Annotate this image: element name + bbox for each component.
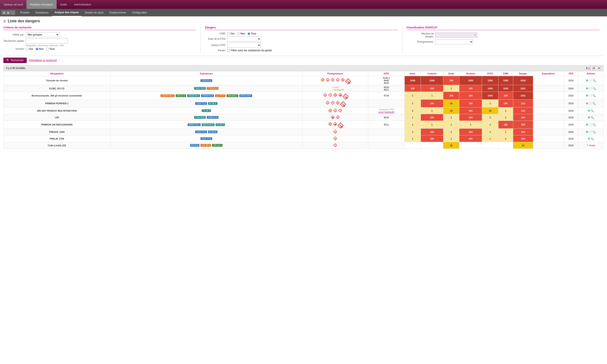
- pictograms-cell: ☗⊗: [302, 114, 368, 121]
- search-detail-button[interactable]: 🔍: [590, 116, 594, 119]
- add-button[interactable]: ✚: [586, 102, 589, 105]
- criteria-section: Critères de recherche Utilisé par: Mes g…: [3, 26, 201, 53]
- search-detail-button[interactable]: 🔍: [592, 94, 596, 98]
- pictogram-cmr: CMR: [343, 94, 348, 99]
- mention-clear-button[interactable]: ✕: [474, 33, 476, 37]
- actions-cell: ✎Poste: [578, 142, 604, 149]
- search-detail-button[interactable]: 🔍: [592, 130, 596, 134]
- lever-ambiguite-link[interactable]: Lever l'ambiguïté: [378, 111, 394, 113]
- panier-checkbox[interactable]: [227, 49, 230, 52]
- panier-checkbox-label[interactable]: Filtrer avec les substances du panier.: [227, 49, 272, 52]
- pdf-button[interactable]: 📄: [589, 94, 592, 98]
- substances-cell: 7761-88-8 1336-21-6: [110, 114, 302, 121]
- add-button[interactable]: ✚: [586, 130, 589, 134]
- substance-tag: 408-060-3: [227, 94, 238, 97]
- icpe-cell: 4734: [368, 92, 405, 100]
- designation-cell: Colle Loctite 222: [4, 142, 110, 149]
- add-button[interactable]: ✚: [587, 137, 590, 141]
- svg-text:!: !: [340, 109, 341, 112]
- search-detail-button[interactable]: 🔍: [590, 109, 594, 113]
- pictogram-corrosion: ⊗: [333, 136, 337, 141]
- nav-outils[interactable]: Outils: [57, 0, 70, 9]
- nav-gestion-stock[interactable]: Gestion du stock: [82, 9, 106, 16]
- substance-tag: 1336-21-6: [207, 116, 218, 119]
- expositions-cell: [533, 121, 564, 129]
- poste-button[interactable]: Poste: [589, 144, 595, 147]
- risk-cell: 10: [443, 100, 459, 107]
- svg-text:⊗: ⊗: [334, 131, 336, 133]
- pdf-button[interactable]: 📄: [589, 123, 592, 127]
- nav-configuration[interactable]: Configuration: [130, 9, 149, 16]
- dangers-section: Dangers CMR: Oui Non Tous: [205, 26, 402, 53]
- nav-emplacements[interactable]: Emplacements: [107, 9, 129, 16]
- actions-cell: ✚📄🔍: [578, 92, 604, 100]
- pictogram-corrosion: ⊗: [333, 130, 337, 134]
- cmr-oui[interactable]: Oui: [227, 32, 234, 35]
- cmr-non[interactable]: Non: [237, 32, 245, 35]
- add-button[interactable]: ✚: [586, 78, 589, 82]
- pictogrammes-select[interactable]: GHS01GHS02GHS03 GHS04GHS05GHS06 GHS07GHS…: [435, 39, 473, 44]
- archive-tous[interactable]: Tous: [46, 48, 55, 51]
- utilise-par-select[interactable]: Mes groupes Tous Mon département: [26, 32, 59, 37]
- svg-text:☗: ☗: [334, 123, 336, 125]
- pictograms-cell: 🔥☗CMR: [302, 121, 368, 129]
- risk-cell: 1: [482, 129, 499, 135]
- page-2-link[interactable]: 2: [588, 67, 590, 70]
- nav-substances[interactable]: Substances: [33, 9, 51, 16]
- add-button[interactable]: ✚: [586, 123, 589, 127]
- nav-administration[interactable]: Administration: [70, 0, 95, 9]
- search-detail-button[interactable]: 🔍: [592, 87, 596, 90]
- nav-analyse-risques[interactable]: Analyse des risques: [52, 9, 81, 16]
- risk-cell: 100: [498, 92, 513, 100]
- add-button[interactable]: ✚: [587, 116, 590, 119]
- expositions-cell: [533, 107, 564, 114]
- classe-icpe-select[interactable]: OuiNon: [227, 43, 261, 48]
- second-navigation: ◀ ▶ ⌂ Produits Substances Analyse des ri…: [0, 9, 607, 16]
- date-fds-select[interactable]: 201020112012 2013201420152016: [227, 36, 261, 41]
- mention-danger-row: Mention dedanger: ✕: [406, 32, 599, 38]
- nav-produits-chimiques[interactable]: Produits chimiques: [27, 0, 57, 9]
- risk-cell: 1: [421, 107, 443, 114]
- pictograms-cell: ⊗!🔥CMR: [302, 100, 368, 107]
- utilise-par-label: Utilisé par:: [3, 33, 24, 36]
- nav-back[interactable]: ◀: [2, 11, 6, 15]
- add-button[interactable]: ✚: [586, 94, 589, 98]
- table-row: PRELIK 1700 1310-73-2 ⊗ 1 100 1 100 1 1 …: [4, 135, 604, 142]
- icpe-cell: [368, 135, 405, 142]
- add-button[interactable]: ✚: [587, 109, 590, 113]
- pdf-button[interactable]: 📄: [589, 87, 592, 90]
- edit-button[interactable]: ✎: [586, 143, 589, 147]
- designation-cell: ELNIC 101 C5: [4, 85, 110, 92]
- table-header: Désignation Substances Pictogrammes ICPE…: [4, 71, 604, 76]
- nav-forward[interactable]: ▶: [6, 11, 11, 15]
- add-button[interactable]: ✚: [586, 87, 589, 90]
- pictograms-cell: !: [302, 142, 368, 149]
- search-detail-button[interactable]: 🔍: [592, 102, 596, 105]
- reset-button[interactable]: Réinitialiser la recherche: [29, 59, 57, 62]
- nav-home[interactable]: ⌂: [11, 11, 15, 15]
- archive-non[interactable]: Non: [36, 48, 43, 51]
- archive-oui[interactable]: Oui: [26, 48, 33, 51]
- svg-text:☠: ☠: [337, 79, 339, 81]
- pdf-button[interactable]: 📄: [589, 79, 592, 82]
- pictogram-exclamation: !: [330, 101, 335, 105]
- nav-tableau-bord[interactable]: Tableau de bord: [0, 0, 27, 9]
- search-detail-button[interactable]: 🔍: [590, 137, 594, 141]
- substances-cell: 1310-73-2: [110, 135, 302, 142]
- pictogram-cmr: CMR: [346, 79, 350, 83]
- pictogrammes-row: Pictogrammes: GHS01GHS02GHS03 GHS04GHS05…: [406, 39, 599, 44]
- risk-cell: 212: [513, 100, 533, 107]
- mention-danger-input[interactable]: [435, 33, 477, 38]
- search-button[interactable]: 🔍 Rechercher: [3, 58, 27, 63]
- risk-cell: 104: [513, 114, 533, 121]
- substances-cell: 7681-53-0 7786-81-4: [110, 85, 302, 92]
- search-detail-button[interactable]: 🔍: [592, 123, 596, 127]
- pdf-button[interactable]: 📄: [589, 130, 592, 134]
- cmr-tous[interactable]: Tous: [248, 32, 256, 35]
- search-detail-button[interactable]: 🔍: [592, 79, 596, 82]
- pdf-button[interactable]: 📄: [589, 102, 592, 105]
- per-page-select[interactable]: 2050100: [591, 66, 601, 70]
- risk-cell: 104: [513, 129, 533, 135]
- recherche-rapide-input[interactable]: [26, 39, 68, 43]
- nav-produits[interactable]: Produits: [18, 9, 32, 16]
